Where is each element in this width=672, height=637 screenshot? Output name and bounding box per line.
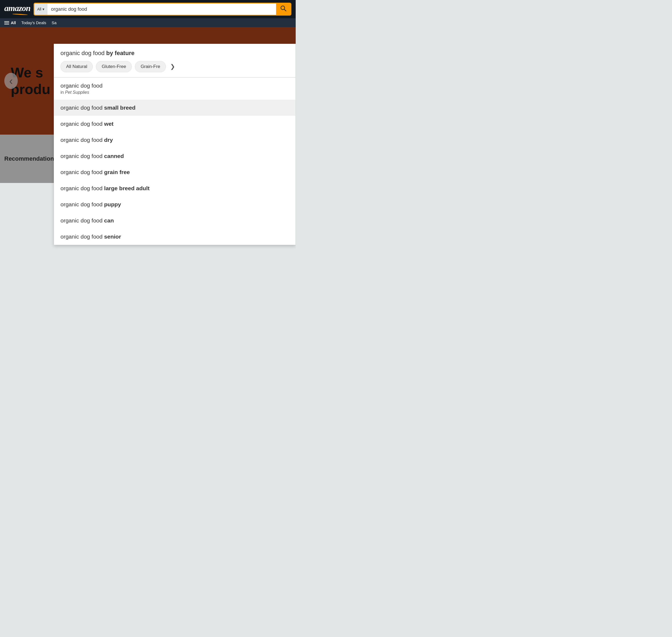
nav-bar: All Today's Deals Sa: [0, 18, 296, 27]
svg-line-1: [284, 10, 286, 11]
tag-grain-free[interactable]: Grain-Fre: [135, 61, 166, 72]
suggestion-sub-pet-supplies: in Pet Supplies: [60, 90, 289, 95]
nav-sale[interactable]: Sa: [52, 20, 56, 25]
header: amazon All ▾: [0, 0, 296, 18]
search-input[interactable]: [47, 3, 276, 15]
suggestion-organic-dog-food[interactable]: organic dog food in Pet Supplies: [54, 78, 296, 100]
search-dropdown: organic dog food by feature All Natural …: [54, 44, 296, 245]
suggestion-puppy[interactable]: organic dog food puppy: [54, 196, 296, 213]
nav-all-label: All: [11, 20, 16, 25]
suggestion-grain-free[interactable]: organic dog food grain free: [54, 164, 296, 180]
suggestion-dry[interactable]: organic dog food dry: [54, 132, 296, 148]
suggestion-small-breed[interactable]: organic dog food small breed: [54, 100, 296, 116]
amazon-logo: amazon: [4, 3, 30, 15]
tag-gluten-free[interactable]: Gluten-Free: [96, 61, 132, 72]
tags-more-arrow[interactable]: ❯: [170, 63, 175, 70]
search-bar: All ▾: [34, 3, 291, 16]
hamburger-icon: [4, 21, 9, 24]
feature-section: organic dog food by feature All Natural …: [54, 44, 296, 77]
suggestion-canned[interactable]: organic dog food canned: [54, 148, 296, 164]
search-button[interactable]: [276, 3, 290, 15]
hero-prev-button[interactable]: ‹: [4, 73, 18, 89]
feature-title: organic dog food by feature: [60, 50, 289, 57]
search-category-dropdown[interactable]: All ▾: [34, 3, 47, 15]
main-content: ‹ We s produ Recommendations for yo amaz…: [0, 27, 296, 183]
nav-todays-deals[interactable]: Today's Deals: [21, 20, 46, 25]
feature-tags: All Natural Gluten-Free Grain-Fre ❯: [60, 61, 289, 72]
nav-all-button[interactable]: All: [4, 20, 16, 25]
suggestion-can[interactable]: organic dog food can: [54, 213, 296, 229]
search-icon: [280, 5, 286, 13]
suggestion-senior[interactable]: organic dog food senior: [54, 229, 296, 245]
suggestion-wet[interactable]: organic dog food wet: [54, 116, 296, 132]
category-arrow-icon: ▾: [42, 7, 45, 11]
category-label: All: [37, 7, 41, 11]
tag-all-natural[interactable]: All Natural: [60, 61, 93, 72]
suggestion-large-breed-adult[interactable]: organic dog food large breed adult: [54, 180, 296, 196]
